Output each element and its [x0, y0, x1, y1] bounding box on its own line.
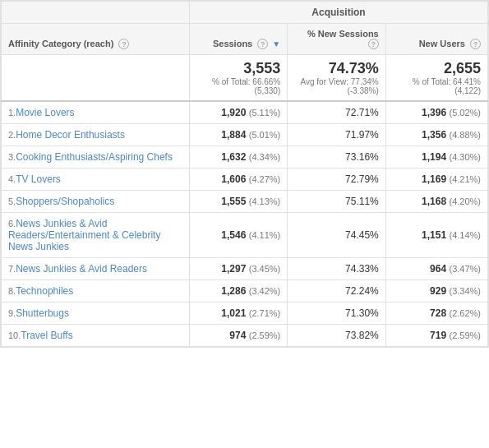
sessions-cell: 1,021 (2.71%)	[189, 303, 287, 325]
new-users-header: New Users ?	[385, 24, 487, 55]
table-row: 3.Cooking Enthusiasts/Aspiring Chefs1,63…	[2, 146, 488, 169]
new-sessions-header: % New Sessions ?	[288, 24, 385, 55]
sessions-sort-icon[interactable]: ▼	[272, 39, 280, 48]
category-link[interactable]: Home Decor Enthusiasts	[16, 129, 125, 141]
new-users-cell: 964 (3.47%)	[385, 258, 487, 280]
category-link[interactable]: Shoppers/Shopaholics	[16, 196, 114, 207]
sessions-cell: 1,297 (3.45%)	[189, 258, 287, 280]
new-users-cell: 1,151 (4.14%)	[385, 213, 487, 258]
new-sessions-cell: 73.82%	[288, 325, 385, 347]
sessions-header: Sessions ? ▼	[189, 24, 287, 55]
row-rank: 10.	[8, 330, 21, 340]
sessions-cell: 1,546 (4.11%)	[189, 213, 287, 258]
table-row: 4.TV Lovers1,606 (4.27%)72.79%1,169 (4.2…	[2, 169, 488, 191]
new-users-cell: 1,168 (4.20%)	[385, 191, 487, 213]
table-row: 6.News Junkies & Avid Readers/Entertainm…	[2, 213, 488, 258]
new-sessions-cell: 74.33%	[288, 258, 385, 280]
new-sessions-cell: 75.11%	[288, 191, 385, 213]
new-sessions-cell: 72.71%	[288, 101, 385, 124]
category-link[interactable]: Movie Lovers	[16, 107, 74, 118]
totals-row: 3,553 % of Total: 66.66% (5,330) 74.73% …	[2, 55, 488, 102]
row-rank: 8.	[8, 285, 16, 296]
new-sessions-cell: 72.24%	[288, 280, 385, 303]
report-table: Acquisition Affinity Category (reach) ? …	[0, 0, 489, 348]
category-link[interactable]: Cooking Enthusiasts/Aspiring Chefs	[16, 151, 173, 163]
new-sessions-cell: 74.45%	[288, 213, 385, 258]
sessions-cell: 1,555 (4.13%)	[189, 191, 287, 213]
table-row: 1.Movie Lovers1,920 (5.11%)72.71%1,396 (…	[2, 101, 488, 124]
row-rank: 3.	[8, 151, 16, 162]
row-rank: 9.	[8, 307, 16, 318]
new-users-cell: 728 (2.62%)	[385, 303, 487, 325]
row-rank: 6.	[8, 218, 16, 229]
new-sessions-cell: 71.97%	[288, 124, 385, 146]
sessions-cell: 1,606 (4.27%)	[189, 169, 287, 191]
table-row: 2.Home Decor Enthusiasts1,884 (5.01%)71.…	[2, 124, 488, 146]
table-row: 7.News Junkies & Avid Readers1,297 (3.45…	[2, 258, 488, 280]
category-link[interactable]: News Junkies & Avid Readers/Entertainmen…	[8, 218, 160, 252]
new-users-info-icon[interactable]: ?	[470, 39, 481, 49]
category-link[interactable]: Travel Buffs	[21, 330, 72, 341]
category-link[interactable]: News Junkies & Avid Readers	[16, 263, 147, 275]
new-users-cell: 1,194 (4.30%)	[385, 146, 487, 169]
row-rank: 4.	[8, 173, 16, 184]
total-new-users: 2,655 % of Total: 64.41% (4,122)	[385, 55, 487, 102]
category-info-icon[interactable]: ?	[118, 39, 129, 49]
row-rank: 5.	[8, 196, 16, 206]
sessions-info-icon[interactable]: ?	[257, 39, 268, 49]
sessions-cell: 974 (2.59%)	[189, 325, 287, 347]
sessions-cell: 1,286 (3.42%)	[189, 280, 287, 303]
table-row: 5.Shoppers/Shopaholics1,555 (4.13%)75.11…	[2, 191, 488, 213]
category-link[interactable]: TV Lovers	[16, 173, 61, 185]
new-users-cell: 1,396 (5.02%)	[385, 101, 487, 124]
new-users-cell: 1,169 (4.21%)	[385, 169, 487, 191]
total-sessions: 3,553 % of Total: 66.66% (5,330)	[189, 55, 287, 102]
table-row: 9.Shutterbugs1,021 (2.71%)71.30%728 (2.6…	[2, 303, 488, 325]
table-row: 10.Travel Buffs974 (2.59%)73.82%719 (2.5…	[2, 325, 488, 347]
new-sessions-cell: 72.79%	[288, 169, 385, 191]
row-rank: 2.	[8, 129, 16, 140]
table-row: 8.Technophiles1,286 (3.42%)72.24%929 (3.…	[2, 280, 488, 303]
new-users-cell: 1,356 (4.88%)	[385, 124, 487, 146]
new-sessions-info-icon[interactable]: ?	[368, 39, 379, 49]
new-users-cell: 719 (2.59%)	[385, 325, 487, 347]
sessions-cell: 1,920 (5.11%)	[189, 101, 287, 124]
category-link[interactable]: Technophiles	[16, 285, 73, 297]
row-rank: 1.	[8, 107, 16, 118]
sessions-cell: 1,632 (4.34%)	[189, 146, 287, 169]
total-new-sessions: 74.73% Avg for View: 77.34% (-3.38%)	[288, 55, 385, 102]
acquisition-header: Acquisition	[189, 2, 487, 24]
new-sessions-cell: 71.30%	[288, 303, 385, 325]
category-link[interactable]: Shutterbugs	[16, 307, 69, 319]
category-header: Affinity Category (reach) ?	[2, 24, 190, 55]
row-rank: 7.	[8, 263, 16, 274]
sessions-cell: 1,884 (5.01%)	[189, 124, 287, 146]
new-sessions-cell: 73.16%	[288, 146, 385, 169]
new-users-cell: 929 (3.34%)	[385, 280, 487, 303]
